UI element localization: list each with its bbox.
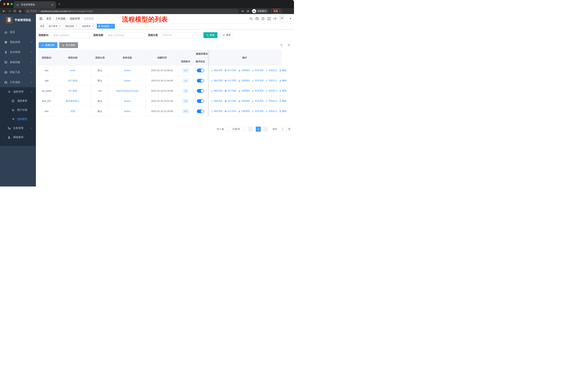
app-logo[interactable]: 芋道管理系统: [0, 14, 36, 24]
refresh-table-button[interactable]: [286, 43, 291, 48]
header-search-icon[interactable]: [249, 17, 253, 20]
action-design-link[interactable]: 设计流程: [225, 79, 236, 82]
active-status-toggle[interactable]: [197, 79, 204, 82]
action-deploy-link[interactable]: 发布流程: [252, 110, 263, 113]
form-info-link[interactable]: biubiu: [124, 69, 130, 72]
filter-key-input[interactable]: [51, 32, 90, 38]
user-avatar[interactable]: [280, 15, 287, 22]
page-size-select[interactable]: 10条/页: [227, 127, 245, 132]
sidebar-item-task-manage[interactable]: 任务管理: [0, 124, 36, 133]
tab-close-icon[interactable]: [51, 3, 54, 6]
tag-close-icon[interactable]: ×: [59, 25, 61, 28]
back-icon[interactable]: [2, 10, 5, 13]
action-design-link[interactable]: 设计流程: [225, 100, 236, 102]
user-menu-caret-icon[interactable]: [290, 18, 292, 19]
model-name-link[interactable]: 滔博: [70, 110, 75, 112]
action-deploy-link[interactable]: 发布流程: [252, 100, 263, 102]
action-definition-link[interactable]: 流程定义: [266, 69, 277, 72]
window-zoom-button[interactable]: [10, 3, 13, 5]
action-delete-link[interactable]: 删除: [279, 69, 286, 72]
model-name-link[interactable]: OA 请假: [68, 90, 77, 92]
github-icon[interactable]: [255, 17, 259, 20]
action-design-link[interactable]: 设计流程: [225, 110, 236, 113]
window-minimize-button[interactable]: [7, 3, 9, 5]
reset-button[interactable]: 重置: [220, 32, 234, 38]
sidebar-item-infra[interactable]: 基础设施: [0, 57, 36, 67]
fullscreen-icon[interactable]: [267, 17, 271, 20]
action-assign-link[interactable]: 分配规则: [238, 79, 250, 82]
tag-item[interactable]: 流程表单 ×: [80, 24, 96, 29]
filter-name-input[interactable]: [105, 32, 145, 38]
browser-menu-icon[interactable]: [279, 10, 280, 12]
action-assign-link[interactable]: 分配规则: [238, 110, 250, 113]
breadcrumb-item[interactable]: 流程管理: [70, 17, 80, 20]
model-name-link[interactable]: 自己审批: [68, 79, 77, 82]
active-status-toggle[interactable]: [197, 110, 204, 113]
sidebar-item-devtools[interactable]: 研发工具: [0, 67, 36, 77]
sidebar-item-flow-manage[interactable]: 流程管理: [0, 87, 36, 96]
action-delete-link[interactable]: 删除: [279, 100, 286, 102]
address-bar[interactable]: 不安全 dashboard.yudao.iocoder.cn/bpm/manag…: [24, 9, 239, 13]
action-delete-link[interactable]: 删除: [279, 79, 286, 82]
reload-icon[interactable]: [13, 10, 16, 13]
tag-close-icon[interactable]: ×: [92, 25, 94, 28]
goto-page-input[interactable]: [279, 127, 287, 132]
import-flow-button[interactable]: 导入流程: [59, 42, 78, 48]
prev-page-button[interactable]: [248, 127, 253, 132]
sidebar-item-flow-form[interactable]: 流程表单: [0, 96, 36, 105]
breadcrumb-item[interactable]: 工作流程: [55, 17, 66, 20]
active-status-toggle[interactable]: [197, 89, 204, 93]
model-name-link[interactable]: 测试多审批人: [66, 100, 80, 102]
tag-item[interactable]: 流程模型 ×: [97, 24, 115, 29]
sidebar-item-system[interactable]: 系统管理: [0, 37, 36, 47]
browser-update-button[interactable]: 更新: [271, 9, 282, 14]
filter-category-select[interactable]: 流程分类: [160, 32, 200, 38]
action-delete-link[interactable]: 删除: [279, 89, 286, 92]
tag-close-icon[interactable]: ×: [111, 25, 113, 28]
search-button[interactable]: 搜索: [203, 32, 217, 38]
form-info-link[interactable]: biubiu: [124, 79, 130, 82]
active-status-toggle[interactable]: [197, 69, 204, 72]
action-edit-link[interactable]: 修改流程: [211, 100, 222, 102]
window-close-button[interactable]: [3, 3, 5, 5]
font-size-icon[interactable]: [273, 17, 277, 20]
forward-icon[interactable]: [8, 10, 11, 13]
sidebar-item-leave-query[interactable]: 请假查询: [0, 133, 36, 142]
tag-item[interactable]: 租户管理 ×: [47, 24, 63, 29]
home-icon[interactable]: [19, 10, 22, 13]
action-assign-link[interactable]: 分配规则: [238, 100, 250, 102]
action-assign-link[interactable]: 分配规则: [238, 89, 250, 92]
sidebar-item-payment[interactable]: 支付管理: [0, 47, 36, 57]
action-edit-link[interactable]: 修改流程: [211, 110, 222, 113]
form-info-link[interactable]: /bpm/oa/leave/create: [116, 90, 138, 92]
sidebar-item-user-group[interactable]: 用户分组: [0, 105, 36, 115]
sidebar-item-flow-model[interactable]: 流程模型: [0, 115, 36, 124]
next-page-button[interactable]: [263, 127, 268, 132]
action-deploy-link[interactable]: 发布流程: [252, 69, 263, 72]
action-delete-link[interactable]: 删除: [279, 110, 286, 113]
new-tab-button[interactable]: [58, 3, 61, 5]
help-icon[interactable]: [261, 17, 265, 20]
sidebar-item-workflow[interactable]: 工作流程: [0, 77, 36, 87]
toggle-search-button[interactable]: [279, 43, 284, 48]
active-status-toggle[interactable]: [197, 99, 204, 103]
form-info-link[interactable]: biubiu: [124, 110, 130, 112]
action-definition-link[interactable]: 流程定义: [266, 110, 277, 113]
browser-tab[interactable]: 芋道管理系统: [14, 1, 56, 8]
breadcrumb-item[interactable]: 首页: [46, 17, 51, 20]
action-edit-link[interactable]: 修改流程: [211, 89, 222, 92]
model-name-link[interactable]: eeee: [70, 69, 75, 72]
action-edit-link[interactable]: 修改流程: [211, 69, 222, 72]
tag-item[interactable]: 首页: [38, 24, 46, 29]
action-design-link[interactable]: 设计流程: [225, 69, 236, 72]
form-info-link[interactable]: biubiu: [124, 100, 130, 102]
action-definition-link[interactable]: 流程定义: [266, 79, 277, 82]
page-number-button[interactable]: 1: [256, 127, 261, 132]
sidebar-collapse-icon[interactable]: [39, 17, 43, 20]
create-flow-button[interactable]: 新建流程: [39, 42, 57, 48]
action-definition-link[interactable]: 流程定义: [266, 89, 277, 92]
action-deploy-link[interactable]: 发布流程: [252, 79, 263, 82]
action-deploy-link[interactable]: 发布流程: [252, 89, 263, 92]
action-edit-link[interactable]: 修改流程: [211, 79, 222, 82]
sidebar-item-home[interactable]: 首页: [0, 27, 36, 37]
